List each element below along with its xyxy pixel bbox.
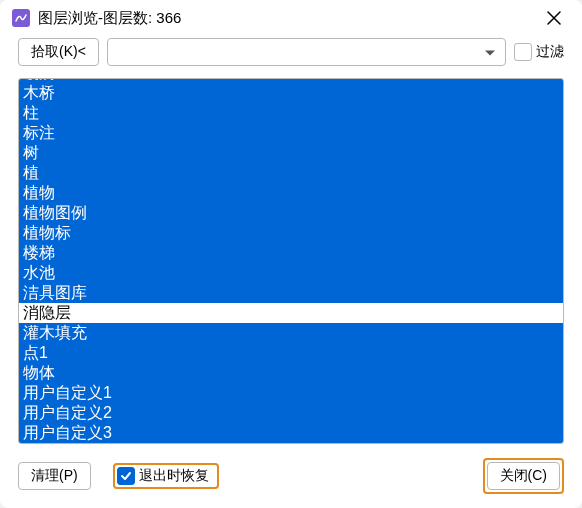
- close-highlight: 关闭(C): [483, 458, 564, 494]
- restore-checkbox[interactable]: [117, 467, 135, 485]
- filter-checkbox[interactable]: [514, 43, 532, 61]
- footer: 清理(P) 退出时恢复 关闭(C): [0, 444, 582, 508]
- list-item[interactable]: 楼梯: [19, 243, 563, 263]
- list-item[interactable]: 柱: [19, 103, 563, 123]
- list-item[interactable]: 点1: [19, 343, 563, 363]
- list-item[interactable]: 物体: [19, 363, 563, 383]
- cleanup-button[interactable]: 清理(P): [18, 462, 91, 490]
- list-item[interactable]: 标注: [19, 123, 563, 143]
- close-icon[interactable]: [536, 0, 572, 36]
- list-item[interactable]: 用户自定义3: [19, 423, 563, 443]
- filter-label: 过滤: [536, 43, 564, 61]
- layer-list[interactable]: 景观暖洞木桥柱标注树植植物植物图例植物标楼梯水池洁具图库消隐层灌木填充点1物体用…: [19, 79, 563, 443]
- titlebar: 图层浏览-图层数: 366: [0, 0, 582, 36]
- window-title: 图层浏览-图层数: 366: [38, 9, 536, 28]
- filter-checkbox-wrap[interactable]: 过滤: [514, 43, 564, 61]
- dialog-window: 图层浏览-图层数: 366 拾取(K)< 过滤 景观暖洞木桥柱标注树植植物植物图…: [0, 0, 582, 508]
- layer-list-container: 景观暖洞木桥柱标注树植植物植物图例植物标楼梯水池洁具图库消隐层灌木填充点1物体用…: [18, 78, 564, 444]
- list-item[interactable]: 树: [19, 143, 563, 163]
- close-button[interactable]: 关闭(C): [487, 462, 560, 490]
- restore-checkbox-wrap[interactable]: 退出时恢复: [117, 467, 215, 485]
- filter-combobox[interactable]: [107, 38, 506, 66]
- toolbar: 拾取(K)< 过滤: [0, 36, 582, 78]
- list-item[interactable]: 用户自定义2: [19, 403, 563, 423]
- list-item[interactable]: 植: [19, 163, 563, 183]
- restore-label: 退出时恢复: [139, 467, 209, 485]
- list-item[interactable]: 木桥: [19, 83, 563, 103]
- list-item[interactable]: 植物标: [19, 223, 563, 243]
- list-item[interactable]: 植物: [19, 183, 563, 203]
- app-icon: [12, 9, 30, 27]
- pick-button[interactable]: 拾取(K)<: [18, 38, 99, 66]
- list-item[interactable]: 消隐层: [19, 303, 563, 323]
- list-item[interactable]: 用户自定义1: [19, 383, 563, 403]
- list-item[interactable]: 水池: [19, 263, 563, 283]
- list-item[interactable]: 植物图例: [19, 203, 563, 223]
- restore-highlight: 退出时恢复: [113, 463, 219, 489]
- list-item[interactable]: 洁具图库: [19, 283, 563, 303]
- list-item[interactable]: 灌木填充: [19, 323, 563, 343]
